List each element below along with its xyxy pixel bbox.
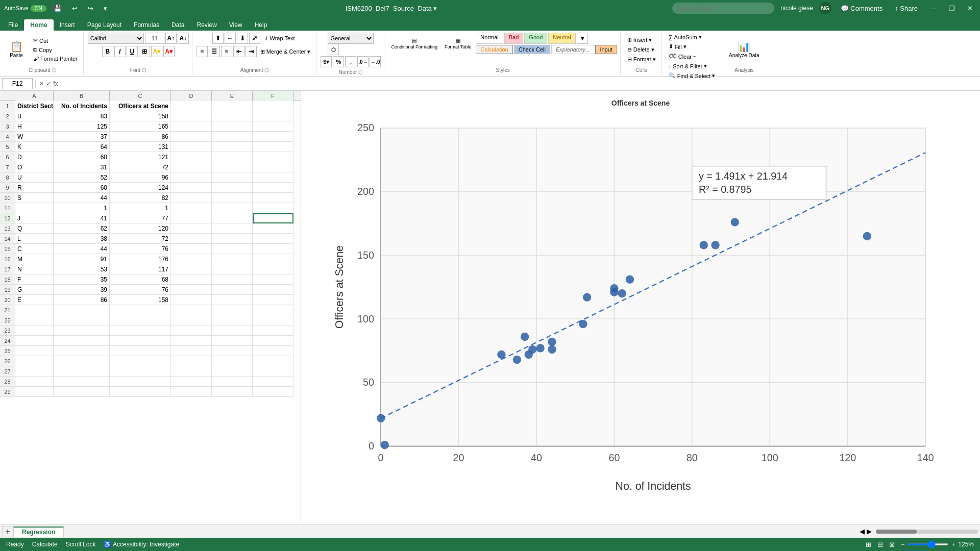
cell-r24-c1[interactable] <box>15 336 54 346</box>
cell-r7-c1[interactable]: O <box>15 162 54 172</box>
cell-r14-c6[interactable] <box>253 234 293 244</box>
formula-function-icon[interactable]: fx <box>53 80 58 87</box>
style-explanatory[interactable]: Explanatory... <box>551 45 594 54</box>
wrap-text-button[interactable]: ⤸ Wrap Text <box>261 33 298 44</box>
cell-r18-c4[interactable] <box>171 274 212 285</box>
cell-r18-c1[interactable]: F <box>15 274 54 285</box>
cell-r14-c1[interactable]: L <box>15 234 54 244</box>
row-header-21[interactable]: 21 <box>0 305 15 315</box>
font-color-button[interactable]: A▾ <box>163 46 175 57</box>
cell-r28-c1[interactable] <box>15 377 54 387</box>
cell-r9-c6[interactable] <box>253 183 293 193</box>
italic-button[interactable]: I <box>114 46 126 57</box>
row-header-10[interactable]: 10 <box>0 193 15 203</box>
cell-r17-c6[interactable] <box>253 264 293 274</box>
format-painter-button[interactable]: 🖌 Format Painter <box>31 55 80 63</box>
cell-r27-c4[interactable] <box>171 366 212 377</box>
tab-formulas[interactable]: Formulas <box>128 19 165 31</box>
cell-r13-c6[interactable] <box>253 223 293 234</box>
redo-button[interactable]: ↪ <box>85 4 96 13</box>
cell-r12-c3[interactable]: 77 <box>110 213 171 223</box>
cell-r28-c4[interactable] <box>171 377 212 387</box>
cell-r16-c4[interactable] <box>171 254 212 264</box>
cell-r22-c3[interactable] <box>110 315 171 325</box>
tab-view[interactable]: View <box>223 19 249 31</box>
cell-r20-c3[interactable]: 158 <box>110 295 171 305</box>
format-cells-button[interactable]: ⊟ Format▾ <box>625 55 658 64</box>
cell-r21-c6[interactable] <box>253 305 293 315</box>
cell-r24-c2[interactable] <box>54 336 110 346</box>
style-bad[interactable]: Bad <box>504 33 524 44</box>
row-header-1[interactable]: 1 <box>0 101 15 111</box>
cell-r27-c1[interactable] <box>15 366 54 377</box>
cell-r10-c3[interactable]: 82 <box>110 193 171 203</box>
cell-r15-c1[interactable]: C <box>15 244 54 254</box>
merge-center-button[interactable]: ⊞ Merge & Center▾ <box>258 46 313 57</box>
cell-r5-c4[interactable] <box>171 142 212 152</box>
row-header-8[interactable]: 8 <box>0 172 15 183</box>
cell-r21-c1[interactable] <box>15 305 54 315</box>
minimize-button[interactable]: — <box>927 4 940 13</box>
cell-r23-c4[interactable] <box>171 325 212 336</box>
zoom-in-icon[interactable]: + <box>951 541 955 548</box>
formula-input[interactable] <box>60 78 978 89</box>
cell-r16-c3[interactable]: 176 <box>110 254 171 264</box>
cell-r9-c2[interactable]: 60 <box>54 183 110 193</box>
style-neutral[interactable]: Neutral <box>548 33 575 44</box>
cell-r23-c5[interactable] <box>212 325 253 336</box>
row-header-26[interactable]: 26 <box>0 356 15 366</box>
cell-r19-c6[interactable] <box>253 285 293 295</box>
format-as-table-button[interactable]: ▦ Format Table <box>442 36 474 51</box>
cell-r19-c1[interactable]: G <box>15 285 54 295</box>
cell-r8-c1[interactable]: U <box>15 172 54 183</box>
copy-button[interactable]: ⧉ Copy <box>31 45 80 54</box>
cell-r27-c2[interactable] <box>54 366 110 377</box>
cell-r10-c1[interactable]: S <box>15 193 54 203</box>
row-header-29[interactable]: 29 <box>0 387 15 397</box>
cell-r3-c3[interactable]: 165 <box>110 121 171 132</box>
cell-r15-c6[interactable] <box>253 244 293 254</box>
delete-cells-button[interactable]: ⊖ Delete▾ <box>625 45 658 54</box>
cell-r11-c4[interactable] <box>171 203 212 213</box>
cell-r19-c3[interactable]: 76 <box>110 285 171 295</box>
cell-r3-c1[interactable]: H <box>15 121 54 132</box>
autosum-button[interactable]: ∑ AutoSum▾ <box>666 33 718 41</box>
cell-r8-c2[interactable]: 52 <box>54 172 110 183</box>
underline-button[interactable]: U <box>127 46 138 57</box>
cell-r4-c2[interactable]: 37 <box>54 132 110 142</box>
cell-r11-c3[interactable]: 1 <box>110 203 171 213</box>
style-good[interactable]: Good <box>524 33 547 44</box>
cell-r13-c3[interactable]: 120 <box>110 223 171 234</box>
cell-r13-c4[interactable] <box>171 223 212 234</box>
cell-r14-c2[interactable]: 38 <box>54 234 110 244</box>
style-normal[interactable]: Normal <box>476 33 503 44</box>
cell-r18-c5[interactable] <box>212 274 253 285</box>
align-middle-button[interactable]: ↔ <box>225 33 236 44</box>
cell-r11-c1[interactable] <box>15 203 54 213</box>
share-button[interactable]: ↑ Share <box>892 4 921 13</box>
col-header-c[interactable]: C <box>110 91 171 101</box>
text-angle-button[interactable]: ⤢ <box>249 33 260 44</box>
col-header-e[interactable]: E <box>212 91 253 101</box>
row-header-14[interactable]: 14 <box>0 234 15 244</box>
tab-file[interactable]: File <box>2 19 24 31</box>
number-format-expand[interactable]: ⬡ <box>328 44 339 55</box>
align-right-button[interactable]: ≡ <box>221 46 232 57</box>
cell-r11-c6[interactable] <box>253 203 293 213</box>
cell-r25-c1[interactable] <box>15 346 54 356</box>
row-header-12[interactable]: 12 <box>0 213 15 223</box>
col-header-d[interactable]: D <box>171 91 212 101</box>
cell-r29-c4[interactable] <box>171 387 212 397</box>
cell-r29-c1[interactable] <box>15 387 54 397</box>
row-header-19[interactable]: 19 <box>0 285 15 295</box>
cell-r2-c4[interactable] <box>171 111 212 121</box>
row-header-6[interactable]: 6 <box>0 152 15 162</box>
cell-r26-c6[interactable] <box>253 356 293 366</box>
cell-r8-c5[interactable] <box>212 172 253 183</box>
style-check-cell[interactable]: Check Cell <box>514 45 550 54</box>
cell-r21-c3[interactable] <box>110 305 171 315</box>
paste-button[interactable]: 📋 Paste <box>5 39 28 61</box>
cell-r20-c4[interactable] <box>171 295 212 305</box>
add-sheet-button[interactable]: + <box>2 526 13 537</box>
row-header-24[interactable]: 24 <box>0 336 15 346</box>
